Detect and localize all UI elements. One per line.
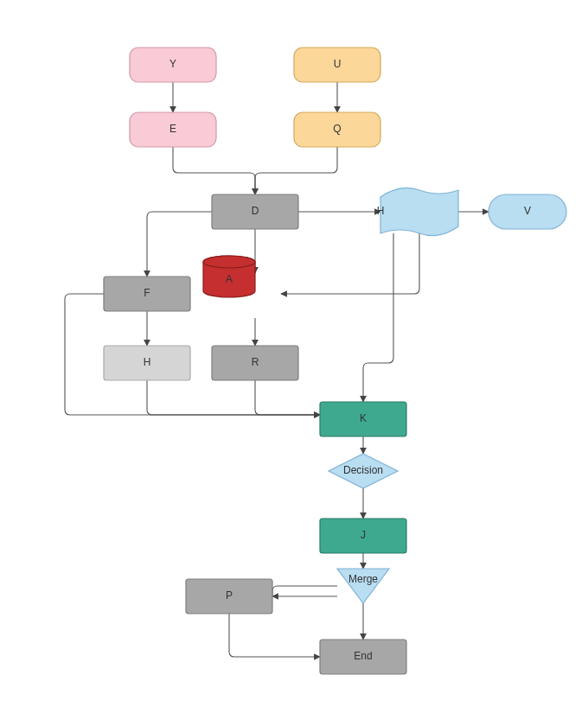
node-Dec: Decision [329, 454, 398, 488]
node-label-P: P [226, 589, 233, 602]
node-Merge: Merge [337, 569, 389, 603]
node-label-U: U [334, 58, 342, 70]
node-label-R: R [252, 356, 259, 368]
edge [272, 586, 337, 596]
edge [147, 380, 320, 415]
node-label-End: End [354, 650, 372, 662]
edge [281, 233, 419, 294]
edge [363, 233, 393, 402]
node-V: V [489, 194, 566, 229]
node-F: F [104, 277, 190, 311]
node-label-E: E [169, 123, 176, 135]
node-label-Y: Y [169, 58, 176, 70]
node-P: P [186, 579, 272, 614]
node-label-K: K [360, 412, 367, 424]
node-label-F: F [144, 287, 150, 299]
node-label-Q: Q [333, 123, 341, 135]
node-label-V: V [524, 205, 531, 217]
node-Hflag: H [377, 188, 458, 235]
node-U: U [294, 48, 380, 82]
node-label-J: J [361, 529, 366, 541]
node-label-H2: H [144, 356, 151, 368]
node-A: A [203, 256, 255, 297]
node-E: E [130, 112, 216, 147]
edge [255, 380, 320, 415]
svg-point-7 [203, 256, 255, 268]
node-R: R [212, 346, 298, 380]
edge [255, 147, 337, 194]
node-K: K [320, 402, 406, 436]
node-label-A: A [226, 273, 233, 285]
node-label-Hflag: H [377, 205, 385, 217]
edge [173, 147, 255, 194]
edge [229, 614, 320, 657]
node-Q: Q [294, 112, 380, 147]
node-Y: Y [130, 48, 216, 82]
node-label-D: D [252, 205, 259, 217]
edge [147, 212, 212, 277]
node-H2: H [104, 346, 190, 380]
flowchart-diagram: YUEQDHVFAHRKDecisionJMergePEnd [0, 0, 588, 713]
node-label-Merge: Merge [348, 573, 378, 585]
node-J: J [320, 519, 406, 553]
node-End: End [320, 640, 406, 674]
node-label-Dec: Decision [343, 464, 383, 476]
node-D: D [212, 194, 298, 229]
